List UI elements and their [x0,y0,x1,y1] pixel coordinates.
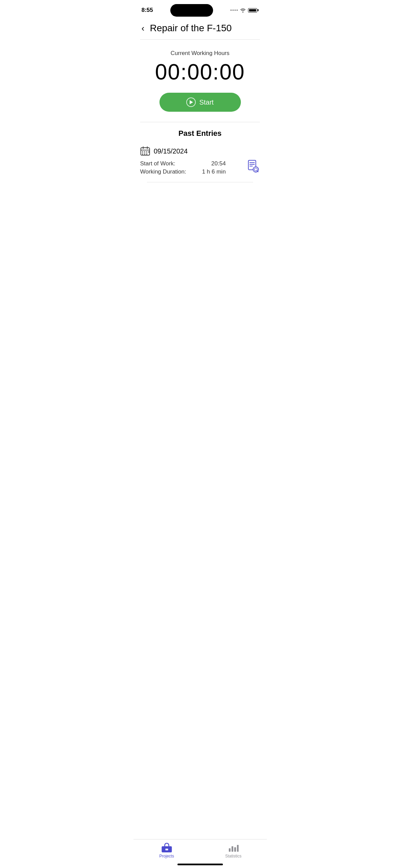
entry-details: Start of Work: Working Duration: 20:54 1… [140,160,260,175]
working-duration-value: 1 h 6 min [202,168,226,175]
back-button[interactable]: ‹ [140,22,146,34]
section-title: Past Entries [140,129,260,138]
status-icons [230,8,259,13]
signal-icon [230,10,238,11]
entry-date: 09/15/2024 [154,147,188,155]
svg-rect-4 [142,151,143,152]
timer-label: Current Working Hours [171,50,230,57]
entry-labels: Start of Work: Working Duration: [140,160,186,175]
dynamic-island [170,4,213,17]
header: ‹ Repair of the F-150 [133,18,267,39]
start-button[interactable]: Start [159,93,241,112]
start-of-work-label: Start of Work: [140,160,186,167]
start-of-work-value: 20:54 [211,160,226,167]
svg-rect-5 [144,151,145,152]
svg-rect-8 [144,153,145,155]
timer-display: 00:00:00 [155,59,245,85]
svg-rect-7 [142,153,143,155]
status-time: 8:55 [141,7,153,14]
page-title: Repair of the F-150 [150,23,232,34]
entry-divider [147,182,253,182]
svg-rect-9 [146,153,147,155]
status-bar: 8:55 [133,0,267,18]
past-entries-section: Past Entries 09/15/2024 Start of Work: [133,122,267,182]
entry-values: 20:54 1 h 6 min [202,160,226,175]
calendar-icon [140,146,150,156]
play-triangle [190,100,193,104]
play-icon [186,97,196,107]
start-button-label: Start [199,98,213,106]
svg-rect-6 [146,151,147,152]
battery-icon [248,8,259,13]
wifi-icon [240,8,246,13]
timer-section: Current Working Hours 00:00:00 Start [133,40,267,122]
entry-detail-icon[interactable] [247,160,260,173]
working-duration-label: Working Duration: [140,168,186,175]
entry-item: 09/15/2024 Start of Work: Working Durati… [140,146,260,182]
svg-rect-10 [148,151,149,152]
entry-date-row: 09/15/2024 [140,146,260,156]
